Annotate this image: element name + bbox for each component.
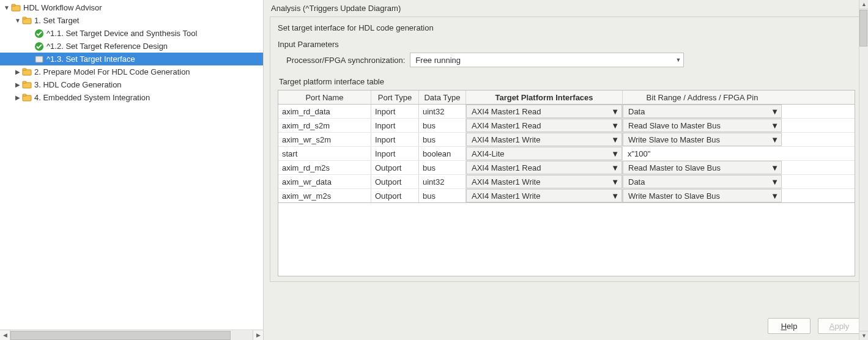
analysis-title: Analysis (^Triggers Update Diagram) (271, 4, 863, 13)
table-row: axim_rd_m2sOutportbusAXI4 Master1 Read▼R… (278, 161, 855, 175)
data-type: bus (419, 189, 466, 202)
interface-select[interactable]: AXI4-Lite▼ (466, 147, 622, 160)
chevron-down-icon: ▼ (675, 57, 681, 63)
sync-select-value: Free running (415, 56, 461, 65)
tree-label: 2. Prepare Model For HDL Code Generation (34, 67, 190, 76)
expand-icon[interactable]: ▶ (13, 94, 22, 101)
scroll-track[interactable] (10, 331, 253, 340)
bit-range-select[interactable]: Write Master to Slave Bus▼ (623, 189, 782, 202)
data-type: bus (419, 119, 466, 132)
scroll-down-icon[interactable]: ▼ (859, 331, 868, 340)
check-pass-icon (34, 29, 44, 39)
bit-range-value: Read Slave to Master Bus (628, 121, 721, 130)
interface-select[interactable]: AXI4 Master1 Read▼ (466, 119, 622, 132)
expand-icon[interactable]: ▼ (2, 4, 11, 11)
folder-icon (22, 67, 32, 77)
scroll-up-icon[interactable]: ▲ (859, 0, 868, 9)
bit-range-select[interactable]: Read Slave to Master Bus▼ (623, 119, 782, 132)
interface-value: AXI4 Master1 Read (472, 107, 541, 116)
expand-icon[interactable]: ▼ (13, 17, 22, 24)
chevron-down-icon: ▼ (611, 163, 619, 172)
bit-range-value: Read Master to Slave Bus (628, 163, 721, 172)
bit-range-select[interactable]: Write Slave to Master Bus▼ (623, 133, 782, 146)
bit-range-select[interactable]: Data▼ (623, 105, 782, 118)
tree-item-1-2[interactable]: ^1.2. Set Target Reference Design (0, 40, 263, 53)
navigation-tree[interactable]: ▼ HDL Workflow Advisor ▼ 1. Set Target ^… (0, 0, 263, 330)
folder-icon (22, 93, 32, 103)
interface-value: AXI4 Master1 Write (472, 135, 540, 144)
data-type: boolean (419, 147, 466, 160)
interface-select[interactable]: AXI4 Master1 Read▼ (466, 161, 622, 174)
apply-button[interactable]: Apply (818, 318, 861, 334)
port-type: Inport (371, 133, 419, 146)
tree-item-hdl-code-gen[interactable]: ▶ 3. HDL Code Generation (0, 78, 263, 91)
chevron-down-icon: ▼ (771, 107, 779, 116)
interface-value: AXI4 Master1 Read (472, 121, 541, 130)
port-type: Outport (371, 161, 419, 174)
sync-select[interactable]: Free running ▼ (410, 53, 684, 67)
port-name: start (278, 147, 371, 160)
tree-item-embedded-sys[interactable]: ▶ 4. Embedded System Integration (0, 91, 263, 104)
tree-label: 4. Embedded System Integration (34, 93, 150, 102)
bit-range-cell: Data▼ (623, 105, 782, 118)
tree-label: ^1.2. Set Target Reference Design (46, 42, 168, 51)
chevron-down-icon: ▼ (771, 135, 779, 144)
bit-range-cell: Read Slave to Master Bus▼ (623, 119, 782, 132)
bit-range-value: Write Master to Slave Bus (628, 191, 720, 201)
interface-cell: AXI4 Master1 Read▼ (466, 119, 623, 132)
interface-cell: AXI4-Lite▼ (466, 147, 623, 160)
chevron-down-icon: ▼ (771, 121, 779, 130)
scroll-thumb[interactable] (859, 10, 867, 46)
table-body: axim_rd_dataInportuint32AXI4 Master1 Rea… (278, 105, 855, 202)
bit-range-select[interactable]: Data▼ (623, 175, 782, 188)
port-type: Inport (371, 105, 419, 118)
data-type: bus (419, 133, 466, 146)
tree-item-set-target[interactable]: ▼ 1. Set Target (0, 14, 263, 27)
vertical-scrollbar[interactable]: ▲ ▼ (859, 0, 868, 340)
col-data-type: Data Type (419, 91, 466, 104)
tree-item-1-1[interactable]: ^1.1. Set Target Device and Synthesis To… (0, 27, 263, 40)
tree-item-1-3[interactable]: ^1.3. Set Target Interface (0, 53, 263, 65)
table-row: axim_wr_dataOutportuint32AXI4 Master1 Wr… (278, 175, 855, 189)
port-name: axim_wr_data (278, 175, 371, 188)
sync-row: Processor/FPGA synchronization: Free run… (286, 53, 855, 67)
bit-range-cell: Write Slave to Master Bus▼ (623, 133, 782, 146)
tree-item-prepare-model[interactable]: ▶ 2. Prepare Model For HDL Code Generati… (0, 65, 263, 78)
bit-range-cell: Write Master to Slave Bus▼ (623, 189, 782, 202)
interface-cell: AXI4 Master1 Write▼ (466, 189, 623, 202)
interface-select[interactable]: AXI4 Master1 Write▼ (466, 133, 622, 146)
interface-select[interactable]: AXI4 Master1 Write▼ (466, 189, 622, 202)
sync-label: Processor/FPGA synchronization: (286, 56, 405, 65)
table-empty-area (278, 203, 855, 276)
table-label: Target platform interface table (279, 77, 855, 86)
interface-select[interactable]: AXI4 Master1 Read▼ (466, 105, 622, 118)
tree-item-root[interactable]: ▼ HDL Workflow Advisor (0, 1, 263, 14)
expand-icon[interactable]: ▶ (13, 68, 22, 75)
col-bit-range: Bit Range / Address / FPGA Pin (623, 91, 782, 104)
interface-select[interactable]: AXI4 Master1 Write▼ (466, 175, 622, 188)
port-type: Outport (371, 175, 419, 188)
scroll-left-icon[interactable]: ◀ (0, 330, 10, 341)
scroll-thumb[interactable] (10, 331, 231, 340)
bit-range-select[interactable]: Read Master to Slave Bus▼ (623, 161, 782, 174)
app-root: ▼ HDL Workflow Advisor ▼ 1. Set Target ^… (0, 0, 868, 340)
port-name: axim_wr_s2m (278, 133, 371, 146)
port-type: Inport (371, 147, 419, 160)
table-row: axim_rd_dataInportuint32AXI4 Master1 Rea… (278, 105, 855, 119)
bit-range-cell: Read Master to Slave Bus▼ (623, 161, 782, 174)
chevron-down-icon: ▼ (611, 149, 619, 158)
interface-cell: AXI4 Master1 Read▼ (466, 105, 623, 118)
tree-label: 1. Set Target (34, 16, 79, 25)
expand-icon[interactable]: ▶ (13, 81, 22, 88)
help-button[interactable]: Help (768, 318, 811, 334)
port-type: Outport (371, 189, 419, 202)
bit-range-value: Write Slave to Master Bus (628, 135, 720, 144)
tree-horizontal-scrollbar[interactable]: ◀ ▶ (0, 330, 263, 340)
bit-range-cell: x"100" (623, 147, 782, 160)
port-name: axim_rd_s2m (278, 119, 371, 132)
scroll-right-icon[interactable]: ▶ (253, 330, 263, 341)
tree-label: 3. HDL Code Generation (34, 80, 122, 89)
bit-range-input[interactable]: x"100" (623, 147, 782, 160)
interface-cell: AXI4 Master1 Write▼ (466, 175, 623, 188)
chevron-down-icon: ▼ (611, 191, 619, 201)
